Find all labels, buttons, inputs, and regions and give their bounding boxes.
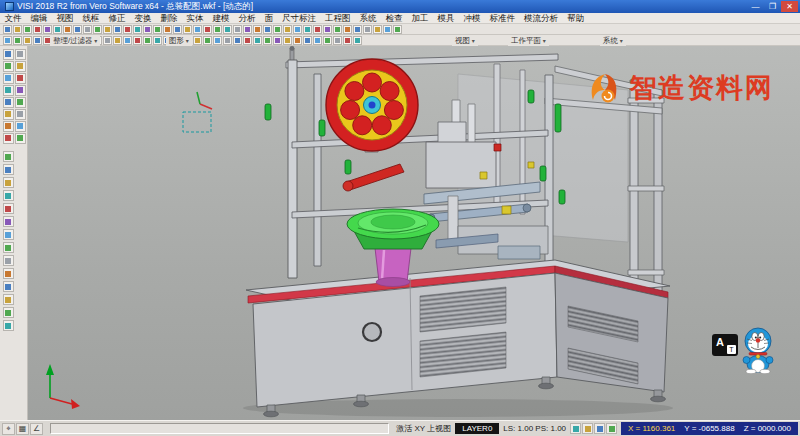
- toolbar-icon[interactable]: [273, 36, 282, 45]
- toolbar-icon[interactable]: [3, 133, 14, 144]
- toolbar-icon[interactable]: [253, 25, 262, 34]
- toolbar-icon[interactable]: [43, 25, 52, 34]
- toolbar-icon[interactable]: [93, 25, 102, 34]
- menu-item[interactable]: 删除: [156, 13, 182, 24]
- toolbar-icon[interactable]: [73, 25, 82, 34]
- toolbar-icon[interactable]: [15, 73, 26, 84]
- toolbar-icon[interactable]: [293, 36, 302, 45]
- toolbar-icon[interactable]: [223, 25, 232, 34]
- toolbar-icon[interactable]: [283, 25, 292, 34]
- menu-item[interactable]: 模流分析: [520, 13, 563, 24]
- toolbar-icon[interactable]: [3, 164, 14, 175]
- toolbar-icon[interactable]: [3, 294, 14, 305]
- toolbar-icon[interactable]: [303, 25, 312, 34]
- toolbar-icon[interactable]: [13, 36, 22, 45]
- toolbar-icon[interactable]: [83, 25, 92, 34]
- toolbar-icon[interactable]: [203, 25, 212, 34]
- toolbar-icon[interactable]: [143, 36, 152, 45]
- toolbar-group-dropdown[interactable]: 整理/过滤器: [50, 36, 100, 46]
- toolbar-icon[interactable]: [103, 25, 112, 34]
- toolbar-icon[interactable]: [153, 36, 162, 45]
- menu-item[interactable]: 编辑: [26, 13, 52, 24]
- toolbar-icon[interactable]: [3, 242, 14, 253]
- toolbar-icon[interactable]: [213, 25, 222, 34]
- toolbar-icon[interactable]: [233, 25, 242, 34]
- menu-item[interactable]: 建模: [208, 13, 234, 24]
- toolbar-group-dropdown[interactable]: 视图: [452, 36, 478, 46]
- status-icon[interactable]: [570, 423, 581, 434]
- maximize-button[interactable]: ❐: [764, 1, 781, 12]
- toolbar-icon[interactable]: [3, 73, 14, 84]
- toolbar-icon[interactable]: [23, 25, 32, 34]
- toolbar-icon[interactable]: [393, 25, 402, 34]
- toolbar-icon[interactable]: [293, 25, 302, 34]
- snap-toggle-icon[interactable]: ▦: [16, 423, 29, 435]
- minimize-button[interactable]: —: [747, 1, 764, 12]
- toolbar-icon[interactable]: [353, 36, 362, 45]
- ime-indicator[interactable]: A T: [712, 334, 738, 356]
- toolbar-icon[interactable]: [303, 36, 312, 45]
- menu-item[interactable]: 线框: [78, 13, 104, 24]
- menu-item[interactable]: 分析: [234, 13, 260, 24]
- toolbar-icon[interactable]: [213, 36, 222, 45]
- toolbar-icon[interactable]: [223, 36, 232, 45]
- toolbar-icon[interactable]: [15, 49, 26, 60]
- toolbar-icon[interactable]: [273, 25, 282, 34]
- toolbar-icon[interactable]: [3, 307, 14, 318]
- toolbar-icon[interactable]: [143, 25, 152, 34]
- toolbar-icon[interactable]: [15, 97, 26, 108]
- menu-item[interactable]: 变换: [130, 13, 156, 24]
- toolbar-icon[interactable]: [243, 36, 252, 45]
- toolbar-icon[interactable]: [3, 49, 14, 60]
- toolbar-icon[interactable]: [383, 25, 392, 34]
- menu-item[interactable]: 实体: [182, 13, 208, 24]
- toolbar-icon[interactable]: [173, 25, 182, 34]
- toolbar-icon[interactable]: [3, 203, 14, 214]
- toolbar-icon[interactable]: [333, 25, 342, 34]
- toolbar-icon[interactable]: [3, 320, 14, 331]
- menu-item[interactable]: 尺寸标注: [278, 13, 321, 24]
- toolbar-icon[interactable]: [15, 61, 26, 72]
- toolbar-icon[interactable]: [23, 36, 32, 45]
- toolbar-icon[interactable]: [63, 25, 72, 34]
- toolbar-icon[interactable]: [123, 36, 132, 45]
- toolbar-icon[interactable]: [103, 36, 112, 45]
- toolbar-icon[interactable]: [263, 25, 272, 34]
- toolbar-icon[interactable]: [353, 25, 362, 34]
- toolbar-icon[interactable]: [183, 25, 192, 34]
- toolbar-icon[interactable]: [3, 121, 14, 132]
- toolbar-icon[interactable]: [313, 25, 322, 34]
- toolbar-icon[interactable]: [203, 36, 212, 45]
- toolbar-icon[interactable]: [243, 25, 252, 34]
- toolbar-icon[interactable]: [363, 25, 372, 34]
- toolbar-icon[interactable]: [3, 216, 14, 227]
- toolbar-icon[interactable]: [3, 109, 14, 120]
- toolbar-icon[interactable]: [15, 109, 26, 120]
- menu-item[interactable]: 系统: [355, 13, 381, 24]
- toolbar-icon[interactable]: [233, 36, 242, 45]
- toolbar-icon[interactable]: [3, 36, 12, 45]
- menu-item[interactable]: 视图: [52, 13, 78, 24]
- toolbar-icon[interactable]: [3, 85, 14, 96]
- toolbar-icon[interactable]: [3, 61, 14, 72]
- toolbar-icon[interactable]: [3, 268, 14, 279]
- status-icon[interactable]: [606, 423, 617, 434]
- toolbar-group-dropdown[interactable]: 工作平面: [508, 36, 549, 46]
- toolbar-icon[interactable]: [3, 229, 14, 240]
- toolbar-icon[interactable]: [323, 36, 332, 45]
- snap-toggle-icon[interactable]: ∠: [30, 423, 43, 435]
- toolbar-icon[interactable]: [113, 36, 122, 45]
- viewport[interactable]: 智造资料网 A T: [28, 46, 800, 420]
- toolbar-icon[interactable]: [133, 36, 142, 45]
- toolbar-icon[interactable]: [343, 25, 352, 34]
- menu-item[interactable]: 工程图: [321, 13, 356, 24]
- status-icon[interactable]: [594, 423, 605, 434]
- menu-item[interactable]: 文件: [0, 13, 26, 24]
- toolbar-icon[interactable]: [123, 25, 132, 34]
- toolbar-icon[interactable]: [3, 97, 14, 108]
- toolbar-icon[interactable]: [343, 36, 352, 45]
- menu-item[interactable]: 检查: [381, 13, 407, 24]
- status-icon[interactable]: [582, 423, 593, 434]
- toolbar-icon[interactable]: [15, 121, 26, 132]
- toolbar-icon[interactable]: [153, 25, 162, 34]
